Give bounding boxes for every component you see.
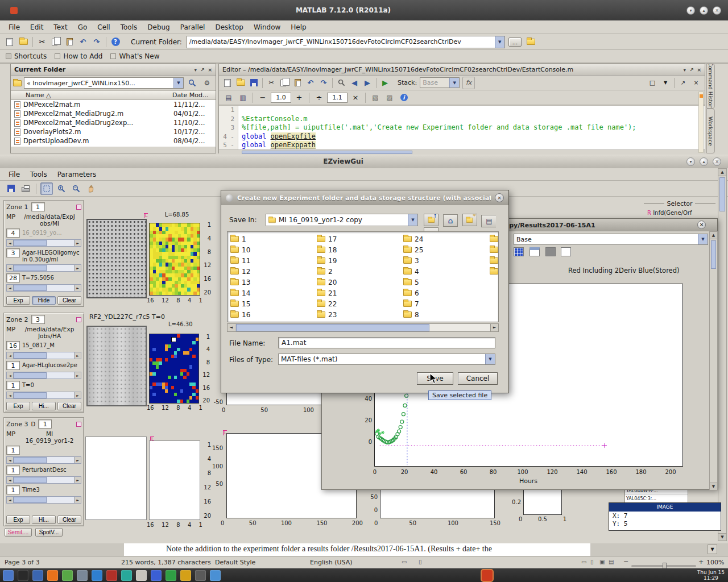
slider-left-icon[interactable]: ◄: [7, 372, 14, 379]
folder-item[interactable]: 4: [403, 266, 490, 277]
close-panel-icon[interactable]: ×: [208, 67, 212, 73]
zone2-heatmap[interactable]: [149, 334, 199, 404]
folder-item[interactable]: 2: [317, 266, 403, 277]
results-vertical-scrollbar[interactable]: ▲ ▼: [709, 231, 718, 490]
multi-page-view-icon[interactable]: ▯: [590, 559, 594, 565]
zone1-slider-1[interactable]: ◄►: [6, 239, 81, 247]
folder-item[interactable]: 8: [403, 309, 490, 320]
matlab-menu-edit[interactable]: Edit: [25, 22, 48, 33]
folder-item-clipped[interactable]: [490, 255, 499, 266]
minimize-icon[interactable]: ▾: [686, 157, 695, 166]
matlab-menu-tools[interactable]: Tools: [115, 22, 143, 33]
zone3-slider-2[interactable]: ◄►: [6, 476, 81, 484]
zone3-slider-1[interactable]: ◄►: [6, 456, 81, 464]
book-view-icon[interactable]: ▣: [599, 559, 605, 565]
save-icon[interactable]: [5, 182, 17, 195]
zone1-field-2[interactable]: 3: [6, 248, 20, 257]
scroll-up-icon[interactable]: ▲: [718, 169, 726, 176]
zone3-field-3[interactable]: 1: [6, 485, 20, 494]
save-in-combo[interactable]: MI 16_0919_yor1-2 copy ▼: [266, 214, 418, 226]
folder-item[interactable]: 22: [317, 298, 403, 309]
image-window-titlebar[interactable]: IMAGE: [609, 503, 721, 512]
slider-thumb[interactable]: [14, 477, 47, 483]
ezview-menu-tools[interactable]: Tools: [25, 169, 52, 180]
zone2-field-1[interactable]: 16: [6, 341, 20, 350]
taskbar-app-files[interactable]: [32, 570, 43, 581]
copy-icon[interactable]: [49, 36, 62, 48]
close-icon[interactable]: ×: [495, 193, 504, 202]
folder-item[interactable]: 17: [317, 234, 403, 244]
scrollbar-thumb[interactable]: [719, 177, 725, 211]
increase-icon[interactable]: +: [293, 92, 305, 104]
edit-plot-icon[interactable]: [40, 182, 53, 195]
scrollbar-thumb[interactable]: [236, 324, 429, 331]
publish-options-icon[interactable]: ▨: [383, 92, 396, 104]
undo-icon[interactable]: ↶: [77, 36, 89, 48]
zone2-field-2[interactable]: 1: [6, 361, 20, 370]
multiply-icon[interactable]: ×: [349, 92, 362, 104]
zoom-in-icon[interactable]: [55, 182, 68, 195]
slider-left-icon[interactable]: ◄: [7, 265, 14, 271]
slider-left-icon[interactable]: ◄: [7, 477, 14, 483]
gear-icon[interactable]: ⚙: [201, 77, 213, 89]
zone1-slider-3[interactable]: ◄►: [6, 284, 81, 292]
zone1-field-1[interactable]: 4: [6, 228, 20, 238]
file-list-header[interactable]: Name △ Date Mod...: [11, 91, 216, 100]
slider-left-icon[interactable]: ◄: [7, 457, 14, 463]
decrease-icon[interactable]: −: [257, 92, 269, 104]
slider-right-icon[interactable]: ►: [74, 372, 81, 379]
zoom-in-icon[interactable]: +: [698, 558, 704, 566]
sort-ascending-icon[interactable]: △: [46, 92, 51, 99]
zone1-index-field[interactable]: 1: [31, 202, 45, 211]
cell-value-2[interactable]: 1.1: [327, 93, 348, 103]
zone1-field-3[interactable]: 28: [6, 273, 20, 282]
dark-view-icon[interactable]: [545, 247, 556, 256]
status-paragraph-style[interactable]: Default Style: [215, 559, 255, 566]
gene-list-item[interactable]: YAL045C:3:...: [625, 495, 688, 503]
redo-icon[interactable]: ↷: [90, 36, 103, 48]
open-file-icon[interactable]: [234, 77, 247, 89]
copy-icon[interactable]: [278, 77, 291, 89]
status-word-count[interactable]: 215 words, 1,387 characters: [121, 559, 211, 566]
taskbar-app-writer[interactable]: [151, 570, 162, 581]
folder-item[interactable]: 15: [230, 298, 317, 309]
spotview-button[interactable]: SpotV...: [35, 528, 63, 537]
folder-list-horizontal-scrollbar[interactable]: ◄ ►: [227, 323, 499, 332]
slider-thumb[interactable]: [14, 352, 47, 359]
slider-thumb[interactable]: [14, 240, 47, 246]
zone2-slider-2[interactable]: ◄►: [6, 372, 81, 379]
cut-icon[interactable]: ✂: [36, 36, 48, 48]
matlab-menu-file[interactable]: File: [3, 22, 25, 33]
folder-item[interactable]: 7: [403, 298, 490, 309]
folder-item[interactable]: 20: [317, 277, 403, 288]
taskbar-app-viewer[interactable]: [195, 570, 206, 581]
folder-item-clipped[interactable]: [490, 244, 499, 255]
folder-list[interactable]: 1101112131415161718192202122232425345678: [227, 231, 499, 322]
cut-icon[interactable]: ✂: [265, 77, 278, 89]
zone2-detach-icon[interactable]: [76, 317, 81, 322]
scroll-down-icon[interactable]: ▼: [708, 544, 717, 554]
zoom-out-icon[interactable]: [70, 182, 82, 195]
folder-item[interactable]: 13: [230, 277, 317, 288]
scroll-left-icon[interactable]: ◄: [228, 324, 235, 331]
new-file-icon[interactable]: [221, 77, 234, 89]
split-cell-icon[interactable]: ▥: [237, 92, 249, 104]
paste-icon[interactable]: [63, 36, 76, 48]
status-page-number[interactable]: Page 3 of 3: [5, 559, 40, 566]
matlab-menu-desktop[interactable]: Desktop: [210, 22, 249, 33]
scrollbar-thumb[interactable]: [711, 240, 716, 269]
zone2-slider-3[interactable]: ◄►: [6, 392, 81, 399]
folder-item[interactable]: 1: [230, 234, 317, 244]
selector-item[interactable]: R Infd(Gene/Orf: [647, 210, 692, 216]
dropdown-icon[interactable]: ▼: [173, 78, 183, 88]
close-panel-icon[interactable]: ×: [697, 67, 701, 73]
zone3-heatmap-placeholder[interactable]: [149, 440, 200, 520]
zone1-detach-icon[interactable]: [76, 205, 81, 210]
find-icon[interactable]: [335, 77, 348, 89]
folder-item[interactable]: 11: [230, 255, 317, 266]
undo-icon[interactable]: ↶: [304, 77, 317, 89]
help-icon[interactable]: ?: [109, 36, 122, 48]
new-folder-icon[interactable]: *: [462, 214, 477, 226]
scroll-right-icon[interactable]: ►: [490, 324, 498, 331]
dropdown-icon[interactable]: ▼: [495, 36, 504, 48]
